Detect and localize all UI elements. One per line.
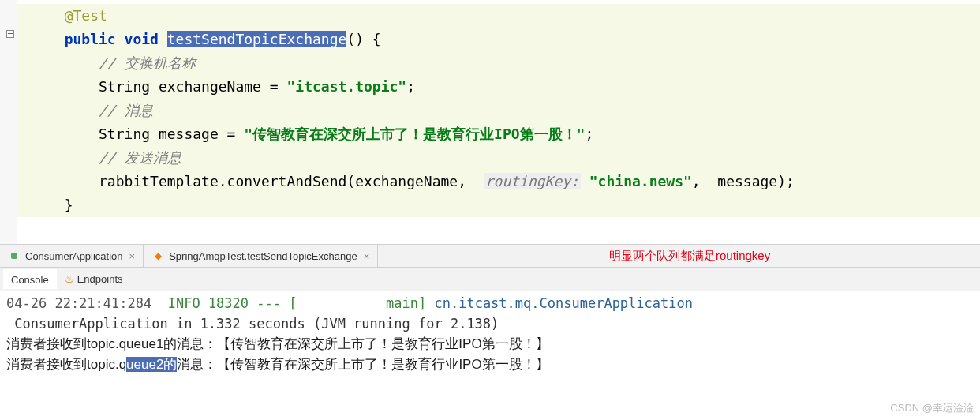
semicolon: ;	[585, 126, 593, 142]
tab-spring-amqp-test[interactable]: ◆ SpringAmqpTest.testSendTopicExchange ×	[144, 245, 378, 267]
string-token: na.news"	[623, 173, 692, 189]
overlay-annotation: 明显两个队列都满足routingkey	[609, 249, 770, 264]
editor-gutter	[0, 0, 17, 244]
watermark: CSDN @幸运淦淦	[890, 401, 974, 415]
caret-position: i	[615, 173, 623, 189]
tool-tab-endpoints[interactable]: ♨Endpoints	[57, 270, 131, 288]
inlay-hint: routingKey:	[484, 173, 581, 189]
code-editor[interactable]: @Test public void testSendTopicExchange(…	[0, 0, 980, 244]
log-text: 消息：【传智教育在深交所上市了！是教育行业IPO第一股！】	[177, 357, 548, 372]
close-icon[interactable]: ×	[364, 250, 370, 262]
tool-tab-console[interactable]: Console	[3, 269, 57, 289]
code-token: rabbitTemplate.convertAndSend(exchangeNa…	[99, 173, 484, 189]
string-token: "itcast.topic"	[286, 78, 406, 95]
tool-tabs: Console ♨Endpoints	[0, 268, 980, 291]
code-content: @Test public void testSendTopicExchange(…	[17, 0, 980, 217]
semicolon: ;	[406, 78, 415, 95]
tab-consumer-application[interactable]: ConsumerApplication ×	[0, 245, 144, 267]
fold-toggle-icon[interactable]	[6, 30, 14, 38]
selection-highlight[interactable]: ueue2的	[126, 357, 177, 372]
log-text: 消费者接收到topic.q	[6, 357, 126, 372]
annotation-token: @Test	[65, 7, 107, 24]
code-token: String exchangeName =	[99, 78, 286, 95]
log-timestamp: 04-26 22:21:41:284	[6, 295, 151, 311]
close-icon[interactable]: ×	[129, 250, 136, 262]
tab-label: ConsumerApplication	[25, 250, 123, 262]
code-token: String message =	[99, 126, 244, 142]
comment-token: // 发送消息	[99, 149, 181, 166]
close-brace: }	[65, 197, 73, 213]
comment-token: // 交换机名称	[99, 54, 196, 71]
junit-test-icon: ◆	[151, 249, 164, 262]
log-text: ConsumerApplication in 1.332 seconds (JV…	[6, 316, 499, 332]
method-name-selection[interactable]: testSendTopicExchange	[167, 31, 347, 47]
run-tabs: ConsumerApplication × ◆ SpringAmqpTest.t…	[0, 244, 980, 268]
code-token: , message);	[692, 173, 795, 189]
comment-token: // 消息	[99, 102, 153, 118]
log-package: cn.itcast.mq.ConsumerApplication	[434, 295, 693, 311]
string-token: "ch	[589, 173, 615, 189]
endpoints-icon: ♨	[65, 273, 74, 285]
keyword-token: public void	[65, 31, 159, 47]
paren-brace: () {	[346, 31, 380, 47]
tab-label: SpringAmqpTest.testSendTopicExchange	[169, 250, 357, 262]
spring-boot-icon	[8, 249, 21, 262]
log-text: 消费者接收到topic.queue1的消息：【传智教育在深交所上市了！是教育行业…	[6, 336, 549, 351]
tool-tab-label: Endpoints	[77, 273, 123, 285]
log-level: INFO 18320 --- [ main]	[151, 295, 434, 311]
console-output[interactable]: 04-26 22:21:41:284 INFO 18320 --- [ main…	[0, 291, 980, 377]
string-token: "传智教育在深交所上市了！是教育行业IPO第一股！"	[244, 126, 585, 142]
space	[581, 173, 589, 189]
